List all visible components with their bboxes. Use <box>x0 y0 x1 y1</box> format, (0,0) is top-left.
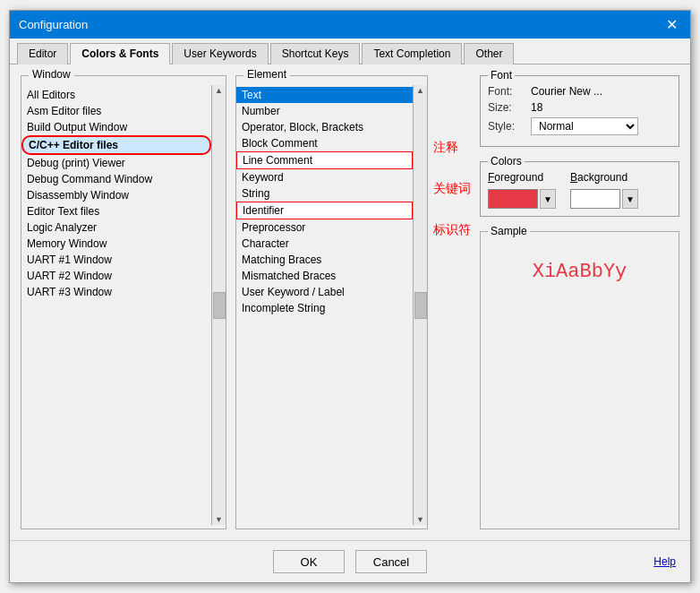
list-item[interactable]: Memory Window <box>21 236 211 252</box>
list-item[interactable]: Character <box>236 236 413 252</box>
scroll-thumb[interactable] <box>414 292 427 319</box>
list-item[interactable]: Logic Analyzer <box>21 219 211 236</box>
list-item[interactable]: Asm Editor files <box>21 103 211 119</box>
list-item-identifier[interactable]: Identifier <box>236 202 413 219</box>
list-item[interactable]: Mismatched Braces <box>236 268 413 284</box>
element-scrollbar[interactable]: ▲ ▼ <box>413 85 427 525</box>
list-item-line-comment[interactable]: Line Comment <box>236 151 413 169</box>
right-section: Font Font: Courier New ... Size: 18 Styl… <box>480 75 679 529</box>
element-list-container: Text Number Operator, Block, Brackets Bl… <box>236 85 427 525</box>
window-scrollbar[interactable]: ▲ ▼ <box>211 85 226 525</box>
size-label: Size: <box>488 101 531 114</box>
tab-text-completion[interactable]: Text Completion <box>362 43 462 64</box>
font-label: Font: <box>488 85 531 98</box>
scroll-up-arrow[interactable]: ▲ <box>416 86 424 95</box>
list-item-text[interactable]: Text <box>236 87 413 103</box>
list-item[interactable]: User Keyword / Label <box>236 284 413 300</box>
font-group: Font Font: Courier New ... Size: 18 Styl… <box>480 75 679 147</box>
window-list[interactable]: All Editors Asm Editor files Build Outpu… <box>21 85 211 525</box>
background-label: Background <box>570 171 627 184</box>
tab-bar: Editor Colors & Fonts User Keywords Shor… <box>10 39 690 64</box>
tab-other[interactable]: Other <box>464 43 514 64</box>
help-link[interactable]: Help <box>653 555 676 568</box>
element-panel-label: Element <box>243 68 290 81</box>
annotation-line-comment: 注释 <box>433 140 471 156</box>
annotation-identifier: 标识符 <box>433 222 471 238</box>
size-value: 18 <box>531 101 671 114</box>
close-button[interactable]: ✕ <box>662 16 681 33</box>
background-swatch[interactable] <box>570 189 620 209</box>
list-item[interactable]: Preprocessor <box>236 219 413 236</box>
style-label: Style: <box>488 120 531 133</box>
color-swatch-row: ▼ ▼ <box>488 189 671 209</box>
main-content: Window All Editors Asm Editor files Buil… <box>10 64 690 540</box>
annotation-keyword: 关键词 <box>433 181 471 197</box>
style-row: Style: Normal Bold Italic Bold Italic <box>488 117 671 135</box>
background-dropdown-btn[interactable]: ▼ <box>622 189 638 209</box>
colors-group-label: Colors <box>488 155 525 168</box>
list-item[interactable]: Incomplete String <box>236 300 413 316</box>
list-item[interactable]: Operator, Block, Brackets <box>236 119 413 135</box>
list-item[interactable]: Editor Text files <box>21 203 211 219</box>
element-panel: Element Text Number Operator, Block, Bra… <box>235 75 428 529</box>
sample-group: Sample XiAaBbYy <box>480 231 679 529</box>
list-item[interactable]: Disassembly Window <box>21 187 211 203</box>
list-item[interactable]: Debug (print) Viewer <box>21 155 211 171</box>
scroll-up-arrow[interactable]: ▲ <box>215 86 223 95</box>
font-group-label: Font <box>488 69 515 82</box>
list-item[interactable]: Build Output Window <box>21 119 211 135</box>
bottom-bar: OK Cancel Help <box>10 540 690 582</box>
element-list[interactable]: Text Number Operator, Block, Brackets Bl… <box>236 85 413 525</box>
element-section: Element Text Number Operator, Block, Bra… <box>235 75 471 529</box>
foreground-swatch-box: ▼ <box>488 189 556 209</box>
foreground-swatch[interactable] <box>488 189 538 209</box>
font-row: Font: Courier New ... <box>488 85 671 98</box>
tab-user-keywords[interactable]: User Keywords <box>172 43 268 64</box>
colors-header: Foreground Background <box>488 171 671 184</box>
list-item[interactable]: String <box>236 185 413 202</box>
list-item[interactable]: UART #1 Window <box>21 252 211 268</box>
list-item[interactable]: UART #2 Window <box>21 268 211 284</box>
panels-container: Window All Editors Asm Editor files Buil… <box>21 75 679 529</box>
scroll-down-arrow[interactable]: ▼ <box>215 515 223 524</box>
ok-button[interactable]: OK <box>273 550 345 573</box>
tab-colors-fonts[interactable]: Colors & Fonts <box>70 43 170 64</box>
tab-editor[interactable]: Editor <box>17 43 68 64</box>
list-item-cpp-editor[interactable]: C/C++ Editor files <box>21 135 211 155</box>
scroll-thumb[interactable] <box>213 292 226 319</box>
window-panel: Window All Editors Asm Editor files Buil… <box>21 75 226 529</box>
dialog-title: Configuration <box>19 18 88 31</box>
foreground-dropdown-btn[interactable]: ▼ <box>540 189 556 209</box>
configuration-dialog: Configuration ✕ Editor Colors & Fonts Us… <box>9 10 691 583</box>
list-item[interactable]: Block Comment <box>236 135 413 151</box>
list-item[interactable]: UART #3 Window <box>21 284 211 300</box>
list-item[interactable]: All Editors <box>21 87 211 103</box>
font-value: Courier New ... <box>531 85 671 98</box>
cancel-button[interactable]: Cancel <box>355 550 427 573</box>
size-row: Size: 18 <box>488 101 671 114</box>
colors-group: Colors Foreground Background ▼ <box>480 161 679 217</box>
sample-text: XiAaBbYy <box>488 245 671 298</box>
list-item[interactable]: Debug Command Window <box>21 171 211 187</box>
title-bar: Configuration ✕ <box>10 11 690 39</box>
tab-shortcut-keys[interactable]: Shortcut Keys <box>270 43 361 64</box>
scroll-down-arrow[interactable]: ▼ <box>416 515 424 524</box>
list-item[interactable]: Keyword <box>236 169 413 185</box>
background-swatch-box: ▼ <box>570 189 638 209</box>
sample-group-label: Sample <box>488 225 530 237</box>
style-select[interactable]: Normal Bold Italic Bold Italic <box>531 117 638 135</box>
list-item[interactable]: Number <box>236 103 413 119</box>
window-list-container: All Editors Asm Editor files Build Outpu… <box>21 85 226 525</box>
list-item[interactable]: Matching Braces <box>236 252 413 268</box>
window-panel-label: Window <box>29 68 74 81</box>
annotations-container: 注释 关键词 标识符 <box>428 75 471 529</box>
foreground-label: Foreground <box>488 171 543 184</box>
